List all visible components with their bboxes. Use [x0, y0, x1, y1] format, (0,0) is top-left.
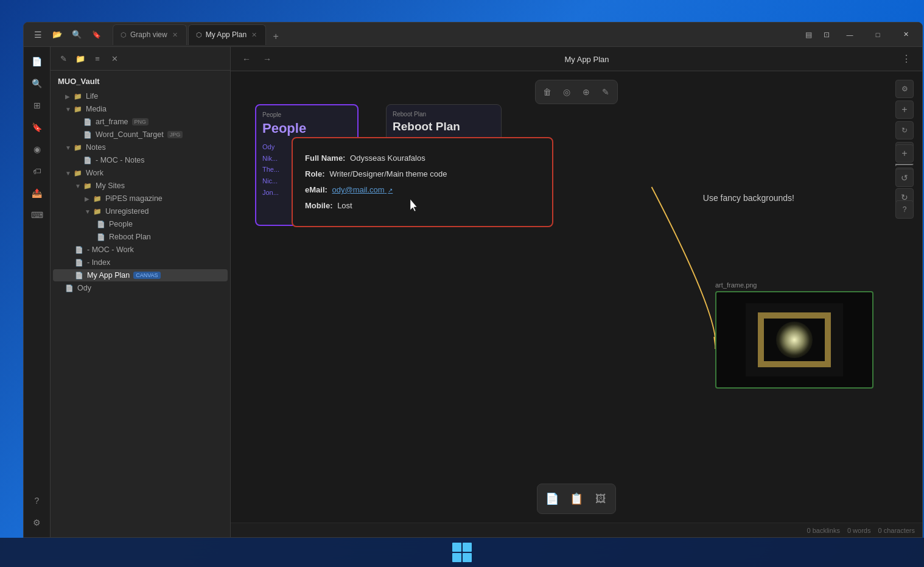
tab-app-plan-label: My App Plan	[206, 30, 247, 39]
tree-item-moc-work[interactable]: 📄 - MOC - Work	[53, 244, 228, 256]
zoom-in-button[interactable]: +	[895, 144, 914, 163]
file-icon-people: 📄	[97, 220, 105, 228]
sidebar-icon-bookmarks[interactable]: 🔖	[27, 118, 47, 137]
content-area: ← → My App Plan ⋮ 🗑 ◎ ⊕ ✎ ⚙	[231, 47, 922, 537]
word-count: 0 words	[847, 527, 871, 534]
bookmark-button[interactable]: 🔖	[87, 26, 105, 44]
new-folder-button[interactable]: 📁	[72, 51, 88, 66]
content-toolbar: ← → My App Plan ⋮	[231, 47, 922, 71]
popup-mobile-row: Mobile: Lost	[305, 198, 540, 214]
tree-item-notes-label: Notes	[86, 143, 106, 152]
canvas-expand-button[interactable]: ⊕	[577, 83, 595, 101]
sort-button[interactable]: ≡	[89, 51, 105, 66]
file-icon-reboot: 📄	[97, 233, 105, 241]
panel-add-button[interactable]: +	[895, 100, 914, 119]
close-button[interactable]: ✕	[892, 25, 920, 44]
tree-item-media[interactable]: ▼ 📁 Media	[53, 103, 228, 115]
app-plan-tab-icon: ⬡	[196, 31, 202, 39]
canvas-add-media-button[interactable]: 🖼	[590, 488, 612, 510]
tree-item-index[interactable]: 📄 - Index	[53, 256, 228, 269]
tree-item-ody-label: Ody	[77, 284, 91, 292]
canvas-bottom-toolbar: 📄 📋 🖼	[537, 484, 616, 514]
status-bar: 0 backlinks 0 words 0 characters	[231, 523, 922, 537]
sidebar-icon-settings[interactable]: ⚙	[27, 513, 47, 532]
tree-item-my-app-plan[interactable]: 📄 My App Plan CANVAS	[53, 269, 228, 281]
undo-button[interactable]: ↺	[895, 169, 914, 187]
nav-back-button[interactable]: ←	[238, 51, 255, 68]
add-tab-button[interactable]: +	[267, 28, 284, 45]
windows-start-button[interactable]	[452, 543, 472, 562]
sidebar-icon-strip: 📄 🔍 ⊞ 🔖 ◉ 🏷 📤 ⌨ ? ⚙	[24, 47, 51, 537]
mobile-label: Mobile:	[305, 201, 333, 210]
more-options-button[interactable]: ⋮	[898, 51, 915, 68]
tree-item-my-sites[interactable]: ▼ 📁 My Sites	[53, 180, 228, 192]
tree-item-people-label: People	[109, 220, 133, 228]
tree-item-art-frame[interactable]: 📄 art_frame PNG	[53, 116, 228, 128]
canvas-edit-button[interactable]: ✎	[597, 83, 615, 101]
full-name-value: Odysseas Kourafalos	[350, 153, 425, 163]
art-badge: PNG	[132, 118, 149, 125]
layout-button[interactable]: ▤	[799, 26, 817, 44]
canvas-add-note-button[interactable]: 📄	[541, 488, 563, 510]
tab-graph-view[interactable]: ⬡ Graph view ✕	[113, 24, 187, 45]
vault-name: MUO_Vault	[51, 73, 230, 90]
email-link[interactable]: ody@mail.com ↗	[332, 185, 393, 194]
tree-item-people[interactable]: 📄 People	[53, 218, 228, 230]
split-view-button[interactable]: ⊡	[817, 26, 836, 44]
notes-folder-icon: 📁	[74, 144, 82, 152]
tree-item-word-count[interactable]: 📄 Word_Count_Target JPG	[53, 129, 228, 141]
canvas-area[interactable]: 🗑 ◎ ⊕ ✎ ⚙ + ↻ ⤢ + −	[231, 71, 922, 523]
tree-item-ody[interactable]: 📄 Ody	[53, 282, 228, 294]
file-tree-toolbar: ✎ 📁 ≡ ✕	[51, 47, 230, 71]
tree-item-unregistered[interactable]: ▼ 📁 Unregistered	[53, 205, 228, 217]
sidebar-icon-command[interactable]: ⌨	[27, 205, 47, 225]
pipes-folder-icon: 📁	[93, 195, 102, 203]
new-note-button[interactable]: ✎	[55, 51, 71, 66]
tab-my-app-plan[interactable]: ⬡ My App Plan ✕	[188, 24, 266, 45]
media-folder-icon: 📁	[74, 105, 82, 113]
sidebar-icon-tags[interactable]: 🏷	[27, 161, 47, 181]
help-button[interactable]: ?	[895, 200, 914, 219]
nav-forward-button[interactable]: →	[259, 51, 276, 68]
tab-app-plan-close[interactable]: ✕	[250, 30, 258, 40]
tab-graph-close[interactable]: ✕	[171, 30, 179, 40]
panel-refresh-button[interactable]: ↻	[895, 121, 914, 139]
tree-item-moc-work-label: - MOC - Work	[87, 245, 134, 254]
collapse-all-button[interactable]: ✕	[107, 51, 122, 66]
sidebar-icon-search[interactable]: 🔍	[27, 74, 47, 93]
tab-graph-label: Graph view	[130, 30, 167, 39]
tree-item-moc-notes[interactable]: 📄 - MOC - Notes	[53, 154, 228, 166]
tree-item-unregistered-label: Unregistered	[105, 207, 149, 216]
tree-item-my-sites-label: My Sites	[96, 181, 125, 190]
sidebar-toggle-button[interactable]: ☰	[29, 26, 47, 44]
backlinks-count: 0 backlinks	[807, 527, 840, 534]
panel-settings-button[interactable]: ⚙	[895, 80, 914, 98]
art-frame-box[interactable]	[715, 291, 873, 389]
sidebar-icon-publish[interactable]: 📤	[27, 183, 47, 203]
people-card-title: People	[262, 121, 351, 136]
tree-item-reboot-label: Reboot Plan	[109, 233, 151, 241]
person-detail-popup[interactable]: Full Name: Odysseas Kourafalos Role: Wri…	[292, 137, 553, 227]
search-button[interactable]: 🔍	[68, 26, 86, 44]
maximize-button[interactable]: □	[864, 25, 892, 44]
open-folder-button[interactable]: 📂	[48, 26, 66, 44]
art-frame-container: art_frame.png	[715, 281, 873, 389]
app-window: ☰ 📂 🔍 🔖 ⬡ Graph view ✕ ⬡ My App Plan ✕ +…	[23, 22, 923, 538]
canvas-add-card-button[interactable]: 📋	[565, 488, 587, 510]
tree-item-art-label: art_frame	[96, 118, 128, 126]
tree-item-life[interactable]: ▶ 📁 Life	[53, 90, 228, 102]
tree-item-work[interactable]: ▼ 📁 Work	[53, 167, 228, 179]
folder-icon: 📁	[74, 93, 82, 100]
tree-item-notes[interactable]: ▼ 📁 Notes	[53, 141, 228, 153]
minimize-button[interactable]: —	[836, 25, 864, 44]
canvas-delete-button[interactable]: 🗑	[538, 83, 556, 101]
tree-item-reboot[interactable]: 📄 Reboot Plan	[53, 231, 228, 243]
art-frame-filename: art_frame.png	[715, 281, 873, 289]
sidebar-icon-canvas[interactable]: ⊞	[27, 96, 47, 115]
sidebar-icon-files[interactable]: 📄	[27, 52, 47, 71]
sidebar-icon-help[interactable]: ?	[27, 491, 47, 510]
tree-item-pipes[interactable]: ▶ 📁 PiPES magazine	[53, 192, 228, 205]
sidebar-icon-graph[interactable]: ◉	[27, 139, 47, 159]
canvas-color-button[interactable]: ◎	[558, 83, 576, 101]
sidebar: 📄 🔍 ⊞ 🔖 ◉ 🏷 📤 ⌨ ? ⚙ ✎ 📁 ≡	[24, 47, 231, 537]
